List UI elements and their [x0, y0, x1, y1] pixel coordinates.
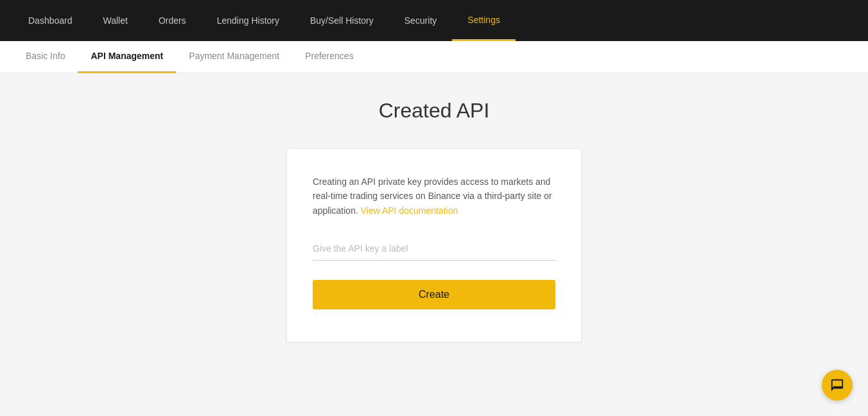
create-api-button[interactable]: Create: [313, 280, 555, 309]
subnav-payment-management[interactable]: Payment Management: [176, 41, 292, 73]
nav-dashboard[interactable]: Dashboard: [13, 0, 88, 41]
nav-security[interactable]: Security: [389, 0, 453, 41]
api-key-label-input[interactable]: [313, 237, 555, 261]
api-card: Creating an API private key provides acc…: [286, 148, 582, 342]
page-title: Created API: [379, 99, 490, 123]
sub-nav: Basic Info API Management Payment Manage…: [0, 41, 868, 73]
top-nav: Dashboard Wallet Orders Lending History …: [0, 0, 868, 41]
chat-icon: [830, 378, 844, 392]
nav-lending-history[interactable]: Lending History: [202, 0, 295, 41]
subnav-basic-info[interactable]: Basic Info: [13, 41, 78, 73]
subnav-api-management[interactable]: API Management: [78, 41, 176, 73]
card-description: Creating an API private key provides acc…: [313, 175, 555, 218]
main-content: Created API Creating an API private key …: [0, 73, 868, 416]
nav-settings[interactable]: Settings: [452, 0, 516, 41]
nav-wallet[interactable]: Wallet: [88, 0, 143, 41]
chat-button[interactable]: [822, 370, 853, 401]
view-api-link[interactable]: View API documentation: [361, 205, 458, 216]
subnav-preferences[interactable]: Preferences: [292, 41, 366, 73]
nav-orders[interactable]: Orders: [143, 0, 202, 41]
nav-buysell-history[interactable]: Buy/Sell History: [295, 0, 389, 41]
